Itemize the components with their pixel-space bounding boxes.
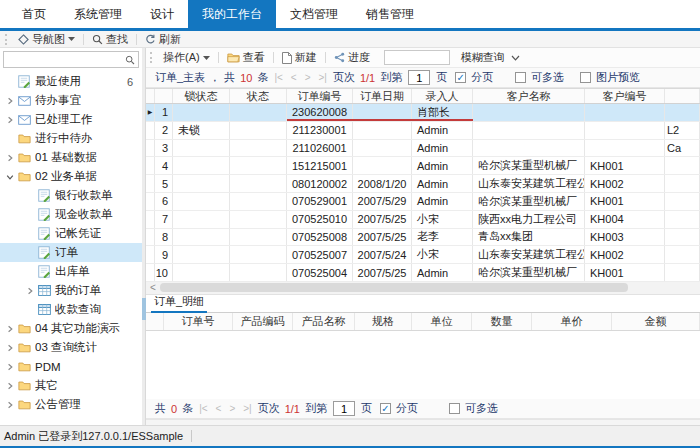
next-page-button[interactable]: >	[305, 72, 311, 83]
tree-item-pdm[interactable]: PDM	[0, 357, 142, 376]
tree-item-outbound-order[interactable]: 出库单	[0, 262, 142, 281]
search-icon[interactable]	[125, 55, 135, 65]
first-page-button[interactable]: |<	[274, 72, 282, 83]
tree-item-other-function-demo[interactable]: 04 其它功能演示	[0, 319, 142, 338]
table-row[interactable]: 60705290012007/5/29Admin哈尔滨某重型机械厂KH001	[146, 193, 700, 211]
column-header[interactable]: 客户名称	[473, 89, 585, 103]
last-page-button[interactable]: >|	[243, 403, 251, 414]
tree-item-announcement-management[interactable]: 公告管理	[0, 395, 142, 414]
cell-customer_name	[473, 122, 585, 139]
multiselect-checkbox[interactable]	[515, 72, 526, 83]
tree-item-todo-items[interactable]: 待办事宜	[0, 91, 142, 110]
tree-item-my-orders[interactable]: 我的订单	[0, 281, 142, 300]
goto-page-input[interactable]	[333, 401, 355, 416]
tree-item-receipt-query[interactable]: 收款查询	[0, 300, 142, 319]
horizontal-scrollbar[interactable]: <	[146, 282, 700, 295]
table-row[interactable]: 70705250102007/5/25小宋陕西xx电力工程公司KH004	[146, 211, 700, 229]
menu-tab-my-workbench[interactable]: 我的工作台	[188, 0, 276, 28]
table-row[interactable]: 4151215001Admin哈尔滨某重型机械厂KH001	[146, 157, 700, 175]
tree-item-business-documents[interactable]: 02 业务单据	[0, 167, 142, 186]
tab-order-detail[interactable]: 订单_明细	[151, 294, 207, 313]
scrollbar-thumb[interactable]	[160, 283, 628, 292]
image-preview-checkbox[interactable]	[580, 72, 591, 83]
column-header[interactable]: 产品编码	[233, 313, 293, 330]
first-page-button[interactable]: |<	[199, 403, 207, 414]
tree-item-other[interactable]: 其它	[0, 376, 142, 395]
table-row[interactable]: 2未锁211230001AdminL2	[146, 122, 700, 140]
menu-tab-design[interactable]: 设计	[136, 0, 188, 28]
chevron-right-icon[interactable]	[4, 325, 16, 333]
prev-page-button[interactable]: <	[291, 72, 297, 83]
new-label: 新建	[295, 50, 317, 65]
multiselect-checkbox[interactable]	[449, 403, 460, 414]
chevron-right-icon[interactable]	[4, 401, 16, 409]
column-header[interactable]: 订单编号	[287, 89, 353, 103]
share-icon	[334, 52, 345, 63]
splitter-handle-icon[interactable]	[142, 298, 146, 320]
column-header[interactable]: 订单日期	[353, 89, 412, 103]
tree-item-in-progress-todo[interactable]: 进行中待办	[0, 129, 142, 148]
view-button[interactable]: 查看	[221, 49, 271, 67]
column-header[interactable]: 录入人	[412, 89, 473, 103]
tree-item-accounting-voucher[interactable]: 记帐凭证	[0, 224, 142, 243]
last-page-button[interactable]: >|	[319, 72, 327, 83]
menu-tab-document-management[interactable]: 文档管理	[276, 0, 352, 28]
column-header[interactable]: 订单号	[164, 313, 233, 330]
paging-checkbox[interactable]	[455, 72, 466, 83]
tree-item-bank-receipt[interactable]: 银行收款单	[0, 186, 142, 205]
find-button[interactable]: 查找	[86, 32, 134, 47]
new-button[interactable]: 新建	[276, 49, 323, 67]
table-row[interactable]: 90705250072007/5/24小宋山东泰安某建筑工程公司KH002	[146, 246, 700, 264]
tree-item-order[interactable]: 订单	[0, 243, 142, 262]
goto-page-input[interactable]	[408, 70, 430, 85]
cell-num: 5	[155, 175, 173, 192]
menu-tab-home[interactable]: 首页	[8, 0, 60, 28]
table-row[interactable]: 100705250042007/5/25Admin哈尔滨某重型机械厂KH001	[146, 264, 700, 282]
refresh-button[interactable]: 刷新	[139, 32, 187, 47]
chevron-right-icon[interactable]	[4, 382, 16, 390]
table-row[interactable]: 80705250082007/5/25老李青岛xx集团KH003	[146, 229, 700, 247]
tree-item-cash-receipt[interactable]: 现金收款单	[0, 205, 142, 224]
cell-num: 8	[155, 229, 173, 246]
chevron-right-icon[interactable]	[4, 116, 16, 124]
chevron-right-icon[interactable]	[4, 363, 16, 371]
filter-input[interactable]	[384, 50, 450, 65]
cell-customer_no: KH001	[585, 157, 665, 174]
chevron-right-icon[interactable]	[24, 287, 36, 295]
tree-item-processed-work[interactable]: 已处理工作	[0, 110, 142, 129]
chevron-right-icon[interactable]	[4, 154, 16, 162]
navigation-map-button[interactable]: 导航图	[12, 32, 81, 47]
chevron-right-icon[interactable]	[4, 97, 16, 105]
chevron-right-icon[interactable]	[4, 344, 16, 352]
column-header[interactable]: 单价	[532, 313, 612, 330]
tree-item-recent-use[interactable]: 最近使用6	[0, 72, 142, 91]
total-suffix-label: 条	[182, 401, 193, 416]
action-menu-button[interactable]: 操作(A)	[157, 49, 216, 67]
fuzzy-query-dropdown[interactable]: 模糊查询	[456, 50, 525, 65]
column-header[interactable]: 金额	[612, 313, 700, 330]
tree-item-basic-data[interactable]: 01 基础数据	[0, 148, 142, 167]
app-window: 首页系统管理设计我的工作台文档管理销售管理 导航图 查找 刷新 最近使用6待办事	[0, 0, 700, 448]
chevron-down-icon[interactable]	[4, 173, 16, 181]
paging-checkbox[interactable]	[380, 403, 391, 414]
column-header[interactable]: 锁状态	[173, 89, 230, 103]
column-header[interactable]: 单位	[412, 313, 472, 330]
menu-tab-sales-management[interactable]: 销售管理	[352, 0, 428, 28]
column-header[interactable]: 规格	[355, 313, 412, 330]
table-row[interactable]: 50801200022008/1/20Admin山东泰安某建筑工程公司KH002	[146, 175, 700, 193]
table-row[interactable]: ▶1230620008肖部长	[146, 104, 700, 122]
scroll-left-icon[interactable]: <	[146, 281, 160, 294]
tree-search-input[interactable]	[4, 54, 125, 66]
detail-grid-body	[146, 331, 700, 399]
column-header[interactable]: 客户编号	[585, 89, 665, 103]
column-header[interactable]: 数量	[472, 313, 532, 330]
progress-button[interactable]: 进度	[328, 49, 376, 67]
tree-item-query-statistics[interactable]: 03 查询统计	[0, 338, 142, 357]
column-header[interactable]: 状态	[230, 89, 287, 103]
tree-item-label: 订单	[55, 245, 78, 260]
column-header[interactable]: 产品名称	[293, 313, 355, 330]
menu-tab-system-management[interactable]: 系统管理	[60, 0, 136, 28]
prev-page-button[interactable]: <	[216, 403, 222, 414]
table-row[interactable]: 3211026001AdminCa	[146, 140, 700, 158]
next-page-button[interactable]: >	[229, 403, 235, 414]
